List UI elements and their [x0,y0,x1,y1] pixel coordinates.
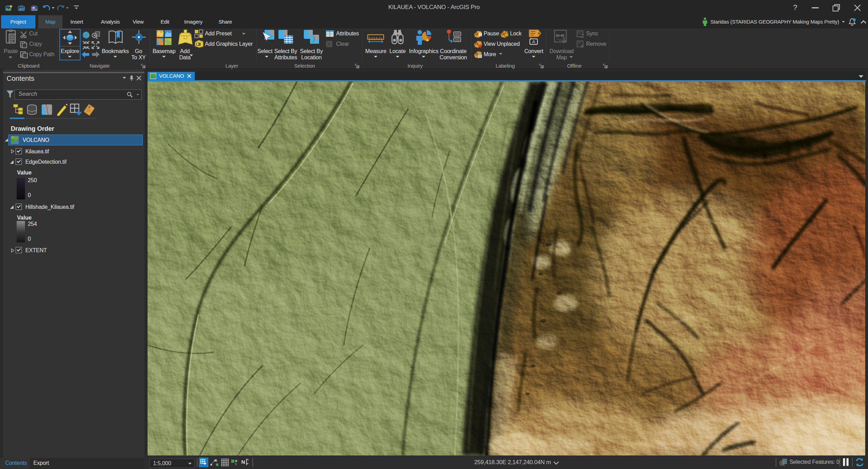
svg-text:N: N [241,459,245,465]
svg-text:A: A [532,39,535,44]
